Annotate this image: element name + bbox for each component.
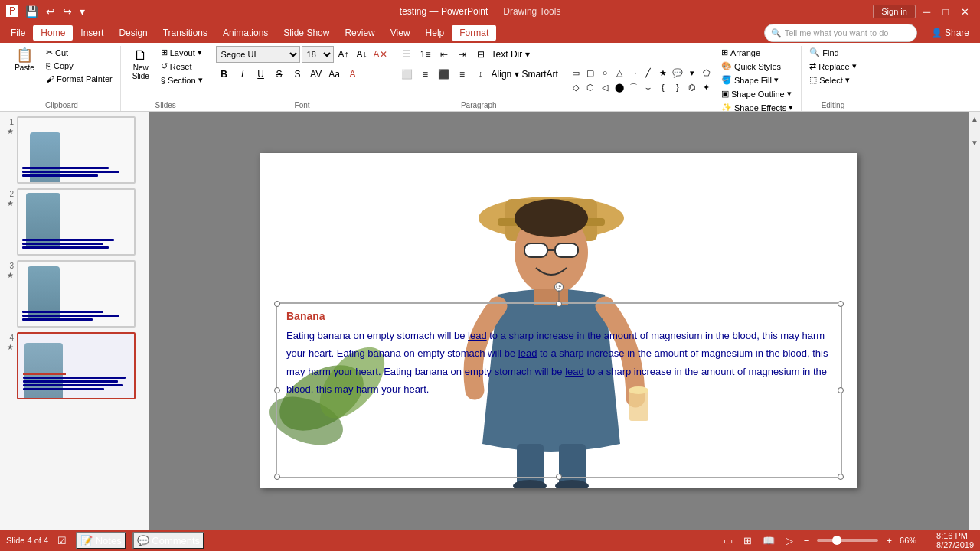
text-direction-button[interactable]: Text Dir ▾: [491, 46, 531, 63]
menu-transitions[interactable]: Transitions: [155, 25, 215, 41]
decrease-font-button[interactable]: A↓: [354, 46, 371, 63]
slide-thumbnail-4[interactable]: 4 ★: [3, 332, 145, 399]
zoom-out-button[interactable]: −: [801, 533, 813, 548]
thumb-img-1[interactable]: [17, 116, 136, 184]
shape9[interactable]: {: [656, 80, 670, 94]
oval-shape[interactable]: ○: [598, 66, 612, 80]
justify-button[interactable]: ≡: [454, 66, 471, 83]
handle-br[interactable]: [838, 474, 844, 480]
menu-design[interactable]: Design: [111, 25, 155, 41]
menu-animations[interactable]: Animations: [215, 25, 276, 41]
normal-view-button[interactable]: ▭: [720, 533, 736, 548]
handle-mr[interactable]: [838, 387, 844, 393]
handle-bm[interactable]: [556, 474, 562, 480]
select-button[interactable]: ⬚ Select ▾: [806, 73, 859, 86]
find-button[interactable]: 🔍 Find: [806, 46, 859, 59]
share-button[interactable]: 👤 Share: [923, 25, 977, 41]
menu-file[interactable]: File: [3, 25, 33, 41]
slide-thumbnail-3[interactable]: 3 ★: [3, 260, 145, 328]
font-size-select[interactable]: 18: [302, 46, 334, 63]
rounded-rect-shape[interactable]: ▢: [583, 66, 597, 80]
shape6[interactable]: ⬤: [612, 80, 626, 94]
slideshow-button[interactable]: ▷: [782, 533, 796, 548]
star-shape[interactable]: ★: [656, 66, 670, 80]
shape2[interactable]: ⬠: [700, 66, 714, 80]
increase-font-button[interactable]: A↑: [335, 46, 352, 63]
underline-button[interactable]: U: [253, 66, 270, 83]
rect-shape[interactable]: ▭: [569, 66, 583, 80]
close-button[interactable]: ✕: [956, 5, 974, 19]
menu-help[interactable]: Help: [418, 25, 452, 41]
reading-view-button[interactable]: 📖: [760, 533, 778, 548]
shape11[interactable]: ⌬: [685, 80, 699, 94]
paste-button[interactable]: 📋 Paste: [8, 46, 41, 74]
align-left-button[interactable]: ⬜: [399, 66, 416, 83]
shape-fill-button[interactable]: 🪣 Shape Fill ▾: [718, 73, 796, 86]
arrange-button[interactable]: ⊞ Arrange: [718, 46, 796, 59]
menu-format[interactable]: Format: [452, 25, 496, 41]
shape7[interactable]: ⌒: [627, 80, 641, 94]
shape5[interactable]: ◁: [598, 80, 612, 94]
replace-button[interactable]: ⇄ Replace ▾: [806, 60, 859, 73]
thumb-img-4[interactable]: [17, 332, 136, 399]
scroll-up-arrow[interactable]: ▲: [971, 115, 978, 123]
line-shape[interactable]: ╱: [642, 66, 655, 80]
quick-styles-button[interactable]: 🎨 Quick Styles: [718, 60, 796, 73]
more-shapes[interactable]: ▾: [685, 66, 699, 80]
copy-button[interactable]: ⎘ Copy: [43, 60, 116, 72]
shape12[interactable]: ✦: [700, 80, 714, 94]
menu-insert[interactable]: Insert: [73, 25, 111, 41]
restore-button[interactable]: □: [938, 5, 953, 19]
add-columns-button[interactable]: ⊟: [472, 46, 489, 63]
decrease-indent-button[interactable]: ⇤: [436, 46, 452, 63]
align-center-button[interactable]: ≡: [417, 66, 434, 83]
thumb-img-3[interactable]: [17, 260, 136, 328]
font-color-button[interactable]: A: [345, 66, 361, 83]
handle-tr[interactable]: [838, 301, 844, 307]
font-case-button[interactable]: Aa: [326, 66, 343, 83]
menu-home[interactable]: Home: [33, 25, 73, 41]
align-right-button[interactable]: ⬛: [436, 66, 452, 83]
minimize-button[interactable]: ─: [919, 5, 935, 19]
shape4[interactable]: ⬡: [583, 80, 597, 94]
arrow-shape[interactable]: →: [627, 66, 641, 80]
shadow-button[interactable]: S: [289, 66, 306, 83]
slide[interactable]: ⟳ Banana Eating banana on empty stomach …: [260, 153, 858, 488]
handle-bl[interactable]: [274, 474, 280, 480]
slide-sorter-button[interactable]: ⊞: [740, 533, 755, 548]
slide-thumbnail-2[interactable]: 2 ★: [3, 188, 145, 256]
scroll-down-arrow[interactable]: ▼: [971, 139, 978, 147]
menu-view[interactable]: View: [383, 25, 418, 41]
undo-icon[interactable]: ↩: [44, 4, 57, 19]
comments-button[interactable]: 💬 Comments: [132, 532, 204, 549]
line-spacing-button[interactable]: ↕: [472, 66, 489, 83]
redo-icon[interactable]: ↪: [60, 4, 74, 19]
strikethrough-button[interactable]: S: [271, 66, 288, 83]
tell-me-search[interactable]: 🔍 Tell me what you want to do: [764, 24, 917, 42]
convert-smartart-button[interactable]: SmartArt: [521, 66, 559, 83]
callout-shape[interactable]: 💬: [671, 66, 684, 80]
shape8[interactable]: ⌣: [642, 80, 655, 94]
layout-button[interactable]: ⊞ Layout ▾: [158, 46, 206, 59]
customize-icon[interactable]: ▾: [77, 4, 87, 19]
slide-thumbnail-1[interactable]: 1 ★: [3, 116, 145, 184]
clear-format-button[interactable]: A✕: [372, 46, 389, 63]
shape10[interactable]: }: [671, 80, 684, 94]
menu-review[interactable]: Review: [337, 25, 382, 41]
save-icon[interactable]: 💾: [23, 4, 41, 19]
cut-button[interactable]: ✂ Cut: [43, 46, 116, 59]
shape-effects-button[interactable]: ✨ Shape Effects ▾: [718, 101, 796, 112]
menu-slideshow[interactable]: Slide Show: [276, 25, 337, 41]
bold-button[interactable]: B: [216, 66, 233, 83]
font-name-select[interactable]: Segoe UI: [216, 46, 300, 63]
align-text-button[interactable]: Align ▾: [491, 66, 520, 83]
text-box[interactable]: ⟳ Banana Eating banana on empty stomach …: [276, 302, 842, 478]
accessibility-button[interactable]: ☑: [54, 533, 70, 548]
shape-outline-button[interactable]: ▣ Shape Outline ▾: [718, 87, 796, 100]
new-slide-button[interactable]: 🗋 NewSlide: [126, 46, 156, 83]
bullets-button[interactable]: ☰: [399, 46, 416, 63]
char-spacing-button[interactable]: AV: [308, 66, 325, 83]
handle-ml[interactable]: [274, 387, 280, 393]
section-button[interactable]: § Section ▾: [158, 73, 206, 86]
zoom-in-button[interactable]: +: [883, 533, 895, 548]
